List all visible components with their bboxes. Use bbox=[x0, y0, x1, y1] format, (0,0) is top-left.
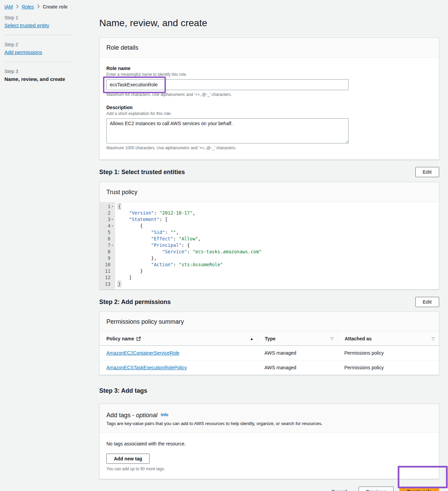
sidebar-item-name-review-create: Name, review, and create bbox=[4, 76, 65, 82]
table-row: AmazonECSTaskExecutionRolePolicy AWS man… bbox=[100, 360, 439, 375]
line-number: 8 bbox=[108, 249, 110, 255]
add-new-tag-button[interactable]: Add new tag bbox=[106, 454, 150, 464]
wizard-step-1: Step 1 Select trusted entity bbox=[4, 15, 72, 28]
role-name-input[interactable] bbox=[106, 79, 349, 90]
breadcrumb-link-roles[interactable]: Roles bbox=[22, 4, 34, 10]
main-content: Name, review, and create Role details Ro… bbox=[99, 0, 439, 491]
wizard-step-3: Step 3 Name, review, and create bbox=[4, 69, 72, 82]
code-fold-icon[interactable]: ▾ bbox=[110, 223, 114, 229]
chevron-right-icon bbox=[37, 4, 40, 10]
policy-type: AWS managed bbox=[258, 346, 338, 360]
line-number: 4 bbox=[108, 223, 110, 229]
wizard-step-2: Step 2 Add permissions bbox=[4, 42, 72, 55]
line-number: 3 bbox=[108, 216, 110, 223]
role-name-label: Role name bbox=[106, 66, 432, 71]
previous-button[interactable]: Previous bbox=[359, 487, 394, 491]
sidebar-item-select-trusted-entity[interactable]: Select trusted entity bbox=[4, 22, 49, 28]
add-tags-description: Tags are key-value pairs that you can ad… bbox=[106, 421, 432, 426]
info-link[interactable]: Info bbox=[161, 412, 168, 417]
add-tags-body: No tags associated with the resource. Ad… bbox=[100, 433, 439, 479]
step3-heading: Step 3: Add tags bbox=[99, 387, 439, 394]
code-fold-icon[interactable]: ▾ bbox=[110, 216, 114, 223]
wizard-footer: Cancel Previous Create role bbox=[99, 486, 439, 491]
breadcrumb: IAM Roles Create role bbox=[4, 4, 68, 10]
create-role-page: IAM Roles Create role Step 1 Select trus… bbox=[0, 0, 448, 491]
role-name-help: Enter a meaningful name to identify this… bbox=[106, 72, 432, 77]
line-number: 7 bbox=[108, 242, 110, 249]
permissions-summary-header: Permissions policy summary bbox=[100, 312, 439, 332]
no-tags-text: No tags associated with the resource. bbox=[106, 441, 432, 446]
line-number: 10 bbox=[105, 261, 110, 268]
table-header-row: Policy name ▲ Type ▽ Attached as ▽ bbox=[100, 332, 439, 346]
divider bbox=[4, 35, 72, 35]
page-title: Name, review, and create bbox=[99, 17, 439, 29]
policy-attached-as: Permissions policy bbox=[338, 346, 439, 360]
card-title: Permissions policy summary bbox=[106, 318, 432, 325]
edit-permissions-button[interactable]: Edit bbox=[415, 297, 439, 307]
role-details-card: Role details Role name Enter a meaningfu… bbox=[99, 37, 439, 160]
policy-type: AWS managed bbox=[258, 360, 338, 375]
line-number: 13 bbox=[105, 281, 110, 287]
sort-icon: ▽ bbox=[432, 336, 435, 341]
step2-section-head: Step 2: Add permissions Edit bbox=[99, 297, 439, 307]
line-number: 11 bbox=[105, 268, 110, 274]
tags-limit-text: You can add up to 50 more tags. bbox=[106, 467, 432, 471]
trust-policy-header: Trust policy bbox=[100, 182, 439, 202]
line-number: 6 bbox=[108, 236, 110, 242]
description-textarea[interactable]: Allows EC2 instances to call AWS service… bbox=[106, 118, 349, 143]
divider bbox=[4, 62, 72, 62]
description-help: Add a short explanation for this role. bbox=[106, 111, 432, 116]
role-details-body: Role name Enter a meaningful name to ide… bbox=[100, 58, 439, 159]
table-row: AmazonEC2ContainerServiceRole AWS manage… bbox=[100, 346, 439, 360]
sidebar-item-add-permissions[interactable]: Add permissions bbox=[4, 49, 42, 55]
description-constraint: Maximum 1000 characters. Use alphanumeri… bbox=[106, 146, 432, 150]
cancel-button[interactable]: Cancel bbox=[328, 487, 350, 491]
wizard-steps-nav: Step 1 Select trusted entity Step 2 Add … bbox=[4, 15, 72, 82]
card-title: Add tags - optionalInfo bbox=[106, 411, 432, 419]
trust-policy-card: Trust policy 1▾23▾4▾567▾8910111213 { "Ve… bbox=[99, 182, 439, 290]
column-header-attached-as[interactable]: Attached as ▽ bbox=[338, 332, 439, 345]
add-tags-header: Add tags - optionalInfo Tags are key-val… bbox=[100, 404, 439, 433]
permissions-summary-card: Permissions policy summary Policy name ▲… bbox=[99, 311, 439, 375]
description-label: Description bbox=[106, 105, 432, 110]
line-number: 1 bbox=[108, 203, 110, 210]
line-number: 9 bbox=[108, 255, 110, 261]
step1-section-head: Step 1: Select trusted entities Edit bbox=[99, 167, 439, 177]
external-link-icon bbox=[136, 337, 141, 341]
breadcrumb-current: Create role bbox=[43, 4, 68, 10]
card-title: Role details bbox=[106, 44, 432, 51]
step-number-label: Step 3 bbox=[4, 69, 72, 74]
chevron-right-icon bbox=[16, 4, 19, 10]
sort-ascending-icon: ▲ bbox=[250, 337, 254, 341]
code-content: { "Version": "2012-10-17", "Statement": … bbox=[115, 202, 439, 289]
add-tags-card: Add tags - optionalInfo Tags are key-val… bbox=[99, 404, 439, 479]
edit-trusted-entities-button[interactable]: Edit bbox=[415, 167, 439, 177]
code-gutter: 1▾23▾4▾567▾8910111213 bbox=[100, 202, 115, 289]
step-number-label: Step 1 bbox=[4, 15, 72, 20]
line-number: 2 bbox=[108, 210, 110, 216]
line-number: 12 bbox=[105, 274, 110, 281]
step-number-label: Step 2 bbox=[4, 42, 72, 47]
trust-policy-editor[interactable]: 1▾23▾4▾567▾8910111213 { "Version": "2012… bbox=[100, 202, 439, 289]
breadcrumb-link-iam[interactable]: IAM bbox=[4, 4, 13, 10]
line-number: 5 bbox=[108, 229, 110, 236]
code-fold-icon[interactable]: ▾ bbox=[110, 203, 114, 210]
create-role-button[interactable]: Create role bbox=[399, 487, 439, 491]
policy-link[interactable]: AmazonEC2ContainerServiceRole bbox=[106, 350, 179, 356]
role-details-header: Role details bbox=[100, 38, 439, 58]
code-fold-icon[interactable]: ▾ bbox=[110, 242, 114, 249]
policy-link[interactable]: AmazonECSTaskExecutionRolePolicy bbox=[106, 365, 187, 370]
column-header-policy-name[interactable]: Policy name ▲ bbox=[100, 332, 258, 345]
role-name-constraint: Maximum 64 characters. Use alphanumeric … bbox=[106, 92, 432, 97]
column-header-type[interactable]: Type ▽ bbox=[258, 332, 338, 345]
policy-attached-as: Permissions policy bbox=[338, 360, 439, 375]
card-title: Trust policy bbox=[106, 188, 432, 196]
step2-heading: Step 2: Add permissions bbox=[99, 298, 171, 306]
sort-icon: ▽ bbox=[330, 336, 333, 341]
step1-heading: Step 1: Select trusted entities bbox=[99, 168, 185, 176]
